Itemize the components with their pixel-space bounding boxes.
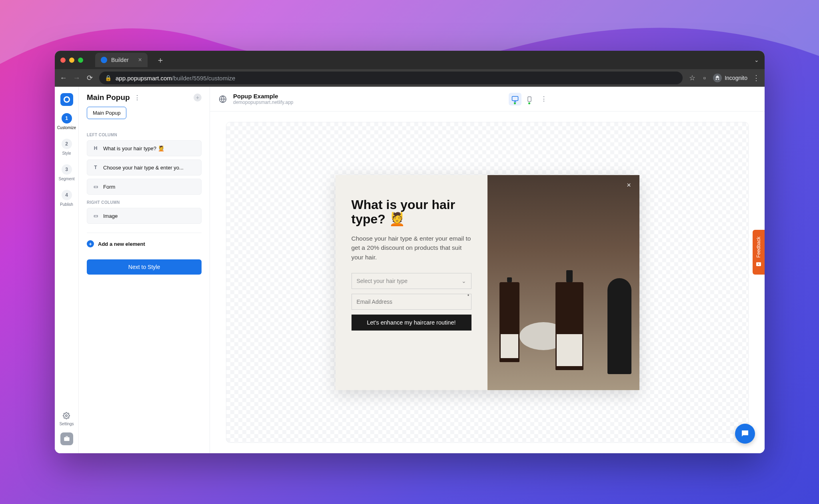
url-host: app.popupsmart.com: [116, 75, 172, 82]
lock-icon: 🔒: [105, 75, 112, 81]
desktop-preview-button[interactable]: [509, 93, 521, 106]
side-panel: Main Popup ⋮ + Main Popup LEFT COLUMN HW…: [79, 87, 210, 453]
popup-description[interactable]: Choose your hair type & enter your email…: [352, 234, 471, 262]
add-element-button[interactable]: + Add a new element: [87, 240, 202, 247]
svg-point-5: [758, 264, 759, 265]
step-label: Style: [62, 151, 71, 155]
step-number: 2: [62, 139, 72, 149]
brand-logo[interactable]: [60, 93, 73, 106]
divider: [87, 233, 202, 233]
browser-window: Builder × ＋ ⌄ ← → ⟳ 🔒 app.popupsmart.com…: [55, 51, 765, 453]
desktop-icon: [511, 96, 519, 103]
product-image-bottle: [499, 282, 519, 362]
tab-title: Builder: [111, 57, 129, 63]
left-rail: 1Customize2Style3Segment4Publish Setting…: [55, 87, 79, 453]
maximize-window-button[interactable]: [78, 58, 83, 63]
element-card[interactable]: ▭Form: [87, 179, 202, 195]
step-label: Segment: [58, 177, 74, 181]
step-number: 4: [62, 190, 72, 200]
step-label: Customize: [57, 126, 76, 130]
browser-tab[interactable]: Builder ×: [95, 53, 148, 67]
status-dot: [514, 102, 516, 104]
url-field[interactable]: 🔒 app.popupsmart.com/builder/5595/custom…: [99, 72, 683, 84]
gear-icon: [63, 412, 70, 419]
popup-close-button[interactable]: ×: [624, 181, 634, 190]
chat-icon: [740, 429, 750, 438]
element-card[interactable]: TChoose your hair type & enter yo...: [87, 159, 202, 175]
right-column-label: RIGHT COLUMN: [87, 200, 202, 205]
extensions-icon[interactable]: ▫: [701, 74, 708, 82]
element-card-label: Form: [103, 184, 115, 190]
step-segment[interactable]: 3Segment: [57, 164, 76, 181]
hair-type-select[interactable]: Select your hair type ⌄: [352, 273, 471, 289]
chevron-down-icon: ⌄: [461, 278, 466, 284]
popup-left-column: What is your hair type? 💆 Choose your ha…: [336, 175, 487, 390]
briefcase-icon: [64, 436, 70, 442]
chat-widget-button[interactable]: [735, 424, 755, 444]
rail-settings-label: Settings: [59, 422, 74, 426]
product-image-bottle: [555, 282, 583, 370]
add-element-label: Add a new element: [98, 241, 145, 247]
step-style[interactable]: 2Style: [57, 139, 76, 155]
status-dot: [528, 102, 530, 104]
top-header: Popup Example demopopupsmart.netlify.app…: [210, 87, 765, 112]
element-card-label: What is your hair type? 💆: [103, 145, 164, 151]
close-window-button[interactable]: [60, 58, 66, 63]
new-tab-button[interactable]: ＋: [156, 55, 164, 66]
incognito-indicator[interactable]: Incognito: [713, 74, 747, 82]
side-panel-menu-icon[interactable]: ⋮: [134, 94, 140, 102]
popup-cta-button[interactable]: Let's enhance my haircare routine!: [352, 315, 471, 331]
email-input[interactable]: [357, 294, 466, 309]
side-panel-add-button[interactable]: +: [194, 94, 202, 102]
svg-rect-3: [528, 97, 531, 102]
popup-right-column[interactable]: ×: [487, 175, 639, 390]
element-card[interactable]: HWhat is your hair type? 💆: [87, 140, 202, 156]
incognito-avatar-icon: [713, 74, 722, 82]
feedback-label: Feedback: [756, 237, 761, 258]
popup-preview: What is your hair type? 💆 Choose your ha…: [336, 175, 639, 390]
project-subdomain: demopopupsmart.netlify.app: [233, 100, 294, 105]
app-root: 1Customize2Style3Segment4Publish Setting…: [55, 87, 765, 453]
element-type-icon: ▭: [92, 212, 99, 219]
select-placeholder: Select your hair type: [357, 278, 408, 284]
element-type-icon: T: [92, 164, 99, 171]
email-field[interactable]: [352, 294, 471, 310]
tab-overflow-icon[interactable]: ⌄: [754, 57, 759, 63]
popup-title[interactable]: What is your hair type? 💆: [352, 197, 471, 227]
element-card-label: Choose your hair type & enter yo...: [103, 165, 184, 171]
url-path: /builder/5595/customize: [172, 75, 235, 82]
preview-menu-icon[interactable]: ⋮: [541, 95, 547, 103]
mobile-icon: [527, 96, 532, 103]
device-toggle: ⋮: [509, 93, 547, 106]
step-number: 3: [62, 164, 72, 175]
rail-briefcase-button[interactable]: [60, 432, 73, 445]
step-customize[interactable]: 1Customize: [57, 113, 76, 130]
feedback-tab[interactable]: Feedback: [753, 230, 765, 275]
next-to-style-button[interactable]: Next to Style: [87, 259, 202, 275]
feedback-icon: [755, 261, 762, 267]
browser-titlebar: Builder × ＋ ⌄: [55, 51, 765, 69]
bookmark-icon[interactable]: ☆: [688, 74, 696, 82]
product-image-comb: [607, 278, 631, 374]
side-panel-title: Main Popup: [87, 93, 130, 102]
step-publish[interactable]: 4Publish: [57, 190, 76, 207]
back-button[interactable]: ←: [60, 74, 67, 82]
tab-close-icon[interactable]: ×: [138, 56, 142, 64]
globe-icon: [219, 95, 227, 103]
plus-icon: +: [87, 240, 94, 247]
forward-button[interactable]: →: [73, 74, 80, 82]
browser-addressbar: ← → ⟳ 🔒 app.popupsmart.com/builder/5595/…: [55, 69, 765, 87]
browser-menu-icon[interactable]: ⋮: [752, 74, 760, 82]
element-card[interactable]: ▭Image: [87, 208, 202, 224]
element-type-icon: H: [92, 145, 99, 152]
step-number: 1: [62, 113, 72, 124]
reload-button[interactable]: ⟳: [86, 74, 94, 82]
rail-settings[interactable]: Settings: [59, 412, 74, 426]
mobile-preview-button[interactable]: [523, 93, 536, 106]
svg-rect-2: [512, 96, 518, 101]
project-name: Popup Example: [233, 93, 294, 100]
main-area: Popup Example demopopupsmart.netlify.app…: [210, 87, 765, 453]
minimize-window-button[interactable]: [69, 58, 74, 63]
popup-chip[interactable]: Main Popup: [87, 107, 126, 119]
side-panel-header: Main Popup ⋮ +: [79, 87, 210, 107]
